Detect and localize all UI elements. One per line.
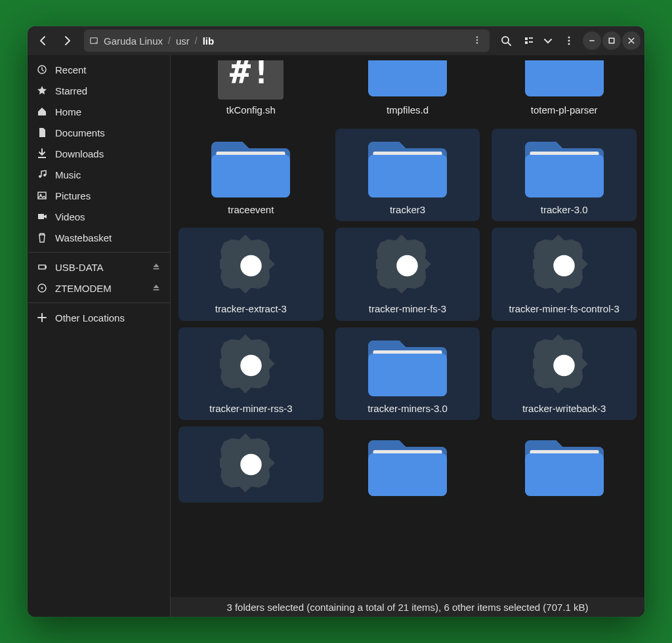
content-area: tkConfig.shtmpfiles.dtotem-pl-parsertrac… (171, 55, 644, 617)
exec-icon (208, 233, 293, 299)
disc-icon (37, 283, 47, 293)
exec-icon (365, 233, 450, 299)
file-item[interactable]: traceevent (178, 129, 324, 222)
file-item[interactable]: tkConfig.sh (178, 55, 324, 122)
video-icon (37, 211, 47, 222)
sidebar-item-recent[interactable]: Recent (28, 59, 170, 80)
sidebar-other-locations[interactable]: Other Locations (28, 307, 170, 328)
file-label: tracker-extract-3 (215, 302, 287, 316)
trash-icon (37, 232, 47, 243)
music-icon (37, 169, 47, 180)
home-icon (37, 106, 47, 117)
file-manager-window: Garuda Linux / usr / lib RecentStarredHo… (28, 26, 644, 617)
sidebar-item-wastebasket[interactable]: Wastebasket (28, 227, 170, 248)
sidebar-item-videos[interactable]: Videos (28, 206, 170, 227)
exec-icon (522, 333, 607, 398)
download-icon (37, 148, 47, 159)
eject-icon[interactable] (152, 262, 161, 272)
folder-icon (365, 432, 450, 497)
sidebar-item-ztemodem[interactable]: ZTEMODEM (28, 278, 170, 299)
exec-icon (208, 432, 293, 497)
file-label: traceevent (228, 203, 274, 217)
eject-icon[interactable] (152, 283, 161, 293)
file-item[interactable] (492, 426, 637, 503)
file-label: tracker-miner-rss-3 (209, 402, 293, 415)
path-part-0[interactable]: usr (173, 35, 192, 47)
file-label: tracker-miner-fs-control-3 (509, 302, 619, 316)
file-item[interactable]: tracker3 (335, 129, 480, 222)
exec-icon (522, 233, 607, 299)
maximize-button[interactable] (602, 31, 621, 50)
file-label: tracker-3.0 (541, 203, 588, 217)
path-root[interactable]: Garuda Linux (101, 35, 165, 47)
sidebar-item-music[interactable]: Music (28, 164, 170, 185)
view-mode-button[interactable] (520, 30, 538, 52)
sidebar-item-documents[interactable]: Documents (28, 122, 170, 143)
file-item[interactable] (335, 426, 480, 503)
file-item[interactable]: tracker-miner-rss-3 (178, 327, 324, 421)
clock-icon (37, 64, 47, 75)
file-item[interactable]: tracker-miners-3.0 (335, 327, 480, 421)
folder-icon (365, 333, 450, 398)
path-menu-button[interactable] (470, 35, 484, 47)
sidebar: RecentStarredHomeDocumentsDownloadsMusic… (28, 55, 171, 617)
exec-icon (208, 333, 293, 398)
star-icon (37, 85, 47, 96)
file-item[interactable]: tracker-writeback-3 (492, 327, 637, 421)
folder-icon (365, 60, 450, 100)
minimize-button[interactable] (583, 31, 601, 50)
icon-view[interactable]: tkConfig.shtmpfiles.dtotem-pl-parsertrac… (171, 55, 644, 617)
sidebar-item-downloads[interactable]: Downloads (28, 143, 170, 164)
usb-icon (37, 262, 47, 272)
file-label: tracker-miner-fs-3 (369, 302, 446, 316)
sidebar-item-pictures[interactable]: Pictures (28, 185, 170, 206)
folder-icon (522, 432, 607, 497)
toolbar: Garuda Linux / usr / lib (28, 26, 644, 55)
plus-icon (37, 312, 47, 323)
file-label: tracker-writeback-3 (522, 402, 606, 415)
status-text: 3 folders selected (containing a total o… (226, 602, 588, 613)
file-item[interactable]: tracker-extract-3 (178, 228, 324, 321)
folder-icon (522, 60, 607, 100)
file-label: tracker3 (390, 203, 425, 217)
path-part-1[interactable]: lib (200, 35, 217, 47)
file-item[interactable] (178, 426, 324, 503)
forward-button[interactable] (56, 30, 79, 52)
search-button[interactable] (495, 30, 517, 52)
folder-icon (208, 134, 293, 199)
file-item[interactable]: tracker-3.0 (492, 129, 637, 222)
file-item[interactable]: tracker-miner-fs-control-3 (492, 228, 637, 321)
hamburger-menu-button[interactable] (558, 30, 580, 52)
folder-icon (522, 134, 607, 199)
close-button[interactable] (622, 31, 640, 50)
view-options-button[interactable] (541, 30, 555, 52)
sidebar-item-starred[interactable]: Starred (28, 80, 170, 101)
status-bar: 3 folders selected (containing a total o… (171, 597, 644, 617)
sidebar-item-usb-data[interactable]: USB-DATA (28, 257, 170, 278)
back-button[interactable] (32, 30, 54, 52)
folder-icon (365, 134, 450, 199)
file-item[interactable]: tmpfiles.d (335, 55, 480, 122)
file-label: totem-pl-parser (531, 104, 598, 117)
harddisk-icon (89, 36, 98, 45)
script-icon (208, 60, 293, 100)
file-label: tracker-miners-3.0 (368, 402, 448, 415)
file-item[interactable]: totem-pl-parser (492, 55, 637, 122)
file-label: tmpfiles.d (387, 104, 429, 117)
doc-icon (37, 127, 47, 138)
path-bar[interactable]: Garuda Linux / usr / lib (84, 30, 490, 52)
sidebar-item-home[interactable]: Home (28, 101, 170, 122)
picture-icon (37, 190, 47, 201)
file-item[interactable]: tracker-miner-fs-3 (335, 228, 480, 321)
file-label: tkConfig.sh (226, 104, 276, 117)
